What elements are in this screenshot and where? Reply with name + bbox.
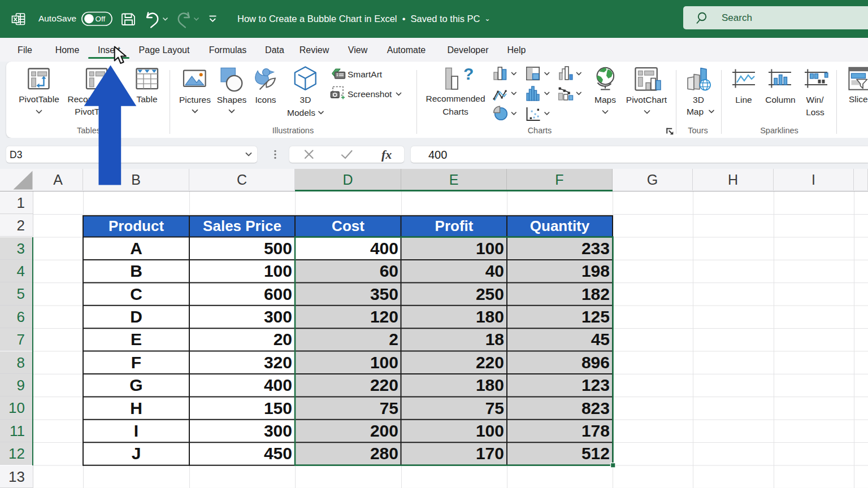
svg-text:?: ? [463, 64, 474, 83]
svg-text:Off: Off [96, 15, 106, 23]
svg-text:fx: fx [381, 147, 392, 162]
